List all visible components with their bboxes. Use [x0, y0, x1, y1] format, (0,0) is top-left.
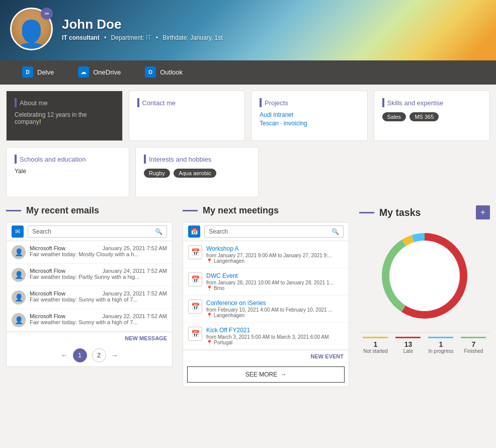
email-item[interactable]: 👤 Microsoft Flow January 22, 2021 7:52 A… [7, 309, 172, 332]
email-content: Microsoft Flow January 24, 2021 7:52 AM … [30, 268, 167, 280]
legend-bar-finished [461, 337, 486, 338]
email-avatar: 👤 [12, 245, 26, 259]
meeting-item[interactable]: 📅 DWC Event from January 28, 2021 10:00 … [183, 268, 349, 295]
meetings-panel: 📅 Search 🔍 📅 Workshop A from January 27,… [183, 222, 349, 387]
new-message-button[interactable]: NEW MESSAGE [7, 332, 172, 344]
email-header: Microsoft Flow January 23, 2021 7:52 AM [30, 290, 167, 296]
meetings-header-line [183, 210, 198, 211]
meeting-location: 📍 Langenhagen [206, 313, 344, 318]
nav-label-delve: Delve [37, 68, 54, 76]
legend-not-started: 1 Not started [363, 337, 388, 354]
meetings-column: My next meetings 📅 Search 🔍 📅 Workshop A… [183, 205, 349, 387]
email-content: Microsoft Flow January 22, 2021 7:52 AM … [30, 313, 167, 325]
meeting-calendar-icon: 📅 [188, 327, 202, 341]
emails-search-bar: ✉ Search 🔍 [7, 222, 172, 241]
legend-finished: 7 Finished [461, 337, 486, 354]
skill-tag-1: Sales [382, 112, 406, 121]
email-item[interactable]: 👤 Microsoft Flow January 24, 2021 7:52 A… [7, 264, 172, 286]
tasks-header-line [359, 212, 374, 213]
project-link-2[interactable]: Tescan · invoicing [260, 120, 359, 127]
meeting-item[interactable]: 📅 Workshop A from January 27, 2021 9:00 … [183, 241, 349, 268]
meeting-item[interactable]: 📅 Kick Off FY2021 from March 3, 2021 5:0… [183, 323, 349, 350]
meeting-content: Conference on iSeries from February 10, … [206, 300, 344, 318]
profile-name: John Doe [62, 17, 222, 32]
profile-meta: IT consultant • Department: IT • Birthda… [62, 34, 222, 41]
profile-info: John Doe IT consultant • Department: IT … [62, 17, 222, 41]
task-legend: 1 Not started 13 Late 1 In progress 7 Fi… [359, 332, 490, 358]
meeting-location: 📍 Langenhagen [206, 258, 344, 264]
meeting-content: DWC Event from January 28, 2021 10:00 AM… [206, 272, 344, 291]
projects-title: Projects [260, 98, 359, 107]
nav-item-outlook[interactable]: O Outlook [133, 60, 195, 85]
page-2-button[interactable]: 2 [92, 348, 106, 362]
tasks-title: My tasks [379, 207, 421, 218]
location-icon: 📍 [206, 313, 212, 318]
legend-late: 13 Late [395, 337, 421, 354]
meeting-calendar-icon: 📅 [188, 272, 202, 286]
legend-bar-not-started [363, 337, 388, 338]
dept-label: Department: IT [111, 34, 151, 41]
email-header: Microsoft Flow January 25, 2021 7:52 AM [30, 245, 167, 251]
profile-title: IT consultant [62, 34, 100, 41]
interests-card: Interests and hobbies Rugby Aqua aerobic [135, 147, 259, 197]
emails-outlook-icon: ✉ [12, 226, 24, 238]
meetings-outlook-icon: 📅 [188, 226, 200, 238]
legend-bar-late [395, 337, 421, 338]
meeting-calendar-icon: 📅 [188, 245, 202, 259]
interests-title: Interests and hobbies [144, 155, 250, 164]
edit-profile-icon[interactable]: ✏ [41, 8, 53, 20]
arrow-right-icon: → [280, 371, 286, 378]
skills-title: Skills and expertise [382, 98, 482, 107]
meetings-search-icon: 🔍 [332, 228, 339, 235]
birthdate: Birthdate: January, 1st [162, 34, 222, 41]
email-avatar: 👤 [12, 268, 26, 282]
location-icon: 📍 [206, 285, 212, 291]
see-more-button[interactable]: SEE MORE → [187, 366, 345, 383]
location-icon: 📍 [206, 340, 212, 345]
tasks-donut-chart [359, 226, 490, 326]
cards-row-2: Schools and education Yale Interests and… [6, 147, 490, 197]
interests-body: Rugby Aqua aerobic [144, 168, 250, 178]
onedrive-icon: ☁ [78, 66, 89, 78]
project-link-1[interactable]: Audi intranet [260, 111, 359, 118]
new-event-button[interactable]: NEW EVENT [183, 350, 349, 362]
skill-tag-2: MS 365 [409, 112, 439, 121]
schools-title: Schools and education [15, 155, 121, 164]
projects-card: Projects Audi intranet Tescan · invoicin… [251, 91, 368, 141]
email-item[interactable]: 👤 Microsoft Flow January 23, 2021 7:52 A… [7, 286, 172, 309]
about-card: About me Celebrating 12 years in the com… [6, 91, 123, 141]
projects-body: Audi intranet Tescan · invoicing [260, 111, 359, 127]
page-1-button[interactable]: 1 [73, 348, 87, 362]
cards-section: About me Celebrating 12 years in the com… [0, 85, 496, 197]
meeting-content: Workshop A from January 27, 2021 9:00 AM… [206, 245, 344, 264]
nav-label-onedrive: OneDrive [93, 68, 121, 76]
skills-card: Skills and expertise Sales MS 365 [374, 91, 490, 141]
about-body: Celebrating 12 years in the company! [15, 111, 114, 125]
email-item[interactable]: 👤 Microsoft Flow January 25, 2021 7:52 A… [7, 241, 172, 264]
about-title: About me [15, 98, 114, 107]
email-header: Microsoft Flow January 22, 2021 7:52 AM [30, 313, 167, 319]
meetings-search-bar: 📅 Search 🔍 [183, 222, 349, 241]
next-page-button[interactable]: → [111, 351, 118, 359]
meeting-content: Kick Off FY2021 from March 3, 2021 5:00 … [206, 327, 344, 345]
emails-header-line [6, 210, 21, 211]
emails-title: My recent emails [26, 205, 99, 216]
emails-column: My recent emails ✉ Search 🔍 👤 Microsoft … [6, 205, 173, 387]
meeting-item[interactable]: 📅 Conference on iSeries from February 10… [183, 295, 349, 323]
email-avatar: 👤 [12, 290, 26, 305]
emails-search-input[interactable]: Search 🔍 [28, 226, 167, 238]
contact-title: Contact me [137, 98, 237, 107]
legend-bar-in-progress [428, 337, 453, 338]
prev-page-button[interactable]: ← [61, 351, 68, 359]
meetings-search-input[interactable]: Search 🔍 [204, 226, 344, 238]
emails-panel: ✉ Search 🔍 👤 Microsoft Flow January 25, … [6, 222, 173, 367]
add-task-button[interactable]: + [476, 205, 490, 219]
meetings-title: My next meetings [203, 205, 279, 216]
spacer [265, 147, 490, 197]
cards-row-1: About me Celebrating 12 years in the com… [6, 91, 490, 141]
nav-item-delve[interactable]: D Delve [10, 60, 66, 85]
meetings-header: My next meetings [183, 205, 349, 216]
profile-header: ✏ John Doe IT consultant • Department: I… [0, 0, 496, 60]
nav-item-onedrive[interactable]: ☁ OneDrive [66, 60, 133, 85]
schools-card: Schools and education Yale [6, 147, 129, 197]
